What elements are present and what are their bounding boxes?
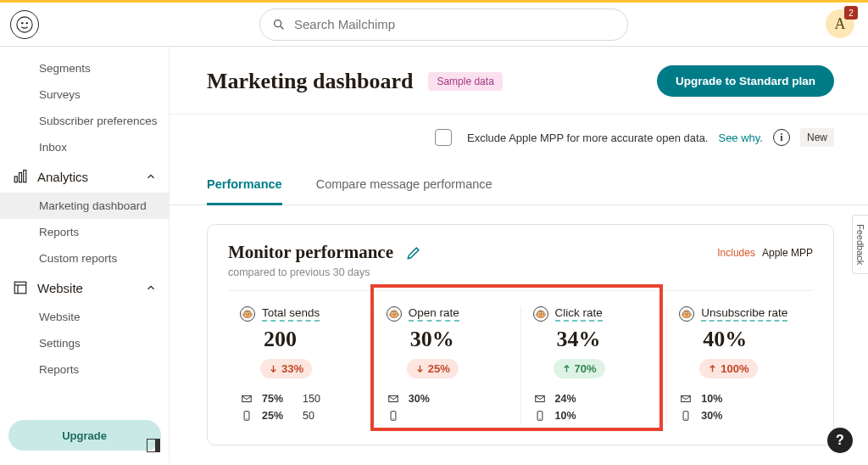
upgrade-button[interactable]: Upgrade (8, 420, 161, 451)
sidebar-item[interactable]: Surveys (0, 81, 169, 108)
svg-rect-11 (242, 396, 252, 402)
mobile-icon (387, 410, 400, 422)
metric-value: 34% (557, 327, 655, 352)
search-input[interactable] (294, 17, 615, 31)
email-icon (240, 393, 253, 405)
email-icon (387, 393, 400, 405)
svg-point-1 (21, 21, 23, 23)
svg-line-4 (281, 26, 283, 29)
feedback-tab[interactable]: Feedback (852, 215, 868, 274)
svg-rect-17 (535, 396, 544, 402)
metric-breakdown-row: 10% (533, 407, 655, 424)
svg-rect-7 (24, 171, 26, 182)
metric-breakdown-row: 30% (679, 407, 801, 424)
metric-label: Unsubscribe rate (701, 306, 787, 322)
sidebar-item[interactable]: Reports (0, 356, 169, 383)
metric-unsubscribe-rate: 🐵Unsubscribe rate40% 100%10%30% (666, 306, 813, 424)
new-badge: New (800, 128, 834, 147)
monkey-icon: 🐵 (240, 306, 255, 322)
brand-logo[interactable] (10, 10, 39, 39)
panel-toggle-icon[interactable] (147, 439, 160, 452)
email-icon (533, 393, 547, 405)
sidebar-item[interactable]: Reports (0, 219, 169, 245)
metric-breakdown-row (387, 407, 509, 424)
svg-rect-8 (14, 282, 26, 294)
sidebar: Segments Surveys Subscriber preferences … (0, 47, 170, 462)
metric-breakdown-row: 30% (387, 390, 509, 407)
metric-total-sends: 🐵Total sends200 33%75%15025%50 (228, 306, 374, 424)
metric-change: 70% (554, 359, 605, 378)
metric-breakdown-row: 24% (533, 390, 655, 407)
monkey-icon: 🐵 (679, 306, 694, 322)
tabs: Performance Compare message performance (170, 169, 868, 205)
metric-label: Click rate (555, 306, 603, 322)
sidebar-item[interactable]: Subscriber preferences (0, 108, 169, 134)
metric-value: 200 (264, 327, 362, 352)
includes-label: Includes (717, 247, 755, 259)
email-icon (679, 393, 693, 405)
tab-performance[interactable]: Performance (207, 169, 282, 205)
exclude-mpp-checkbox[interactable] (435, 129, 452, 146)
mobile-icon (240, 410, 253, 422)
notification-badge: 2 (844, 6, 858, 20)
svg-point-13 (246, 418, 247, 419)
monkey-icon: 🐵 (533, 306, 548, 322)
metric-value: 30% (410, 327, 509, 352)
page-title: Marketing dashboard (207, 69, 413, 94)
mpp-banner: Exclude Apple MPP for more accurate open… (207, 128, 834, 147)
page-header: Marketing dashboard Sample data Upgrade … (170, 47, 868, 115)
mobile-icon (679, 410, 693, 422)
search-icon (272, 18, 286, 31)
svg-point-2 (26, 21, 28, 23)
sidebar-item-marketing-dashboard[interactable]: Marketing dashboard (0, 193, 169, 219)
chevron-up-icon (145, 171, 157, 182)
metric-breakdown-row: 10% (679, 390, 801, 407)
svg-rect-5 (14, 176, 17, 182)
svg-point-0 (17, 16, 32, 31)
svg-point-22 (686, 418, 687, 419)
metric-breakdown-row: 25%50 (240, 407, 362, 424)
sidebar-section-label: Analytics (37, 170, 88, 184)
svg-rect-14 (389, 396, 398, 402)
see-why-link[interactable]: See why. (718, 132, 763, 144)
help-button[interactable]: ? (827, 428, 853, 453)
analytics-icon (12, 169, 29, 184)
avatar[interactable]: A 2 (826, 9, 854, 38)
metric-click-rate: 🐵Click rate34% 70%24%10% (520, 306, 667, 424)
tab-compare[interactable]: Compare message performance (316, 169, 492, 204)
edit-icon[interactable] (405, 244, 422, 261)
chevron-up-icon (145, 282, 157, 294)
monitor-performance-card: Monitor performance Includes Apple MPP c… (207, 224, 834, 445)
metric-change: 33% (260, 359, 312, 378)
info-icon[interactable]: i (773, 129, 790, 146)
sidebar-item[interactable]: Inbox (0, 134, 169, 160)
main-content: Marketing dashboard Sample data Upgrade … (170, 47, 868, 462)
svg-point-3 (275, 20, 281, 26)
metric-change: 25% (407, 359, 459, 378)
monkey-icon (15, 15, 34, 34)
metric-change: 100% (699, 359, 757, 378)
sidebar-item[interactable]: Settings (0, 330, 169, 356)
card-title: Monitor performance (228, 242, 393, 263)
card-subtitle: compared to previous 30 days (228, 266, 813, 278)
metric-open-rate: 🐵Open rate30% 25%30% (374, 306, 520, 424)
sidebar-section-analytics[interactable]: Analytics (0, 160, 169, 193)
sidebar-item[interactable]: Segments (0, 55, 169, 81)
website-icon (12, 280, 29, 295)
svg-point-16 (392, 418, 393, 419)
search-bar[interactable] (259, 8, 628, 41)
sample-data-badge: Sample data (428, 72, 502, 91)
svg-rect-20 (682, 396, 691, 402)
banner-text: Exclude Apple MPP for more accurate open… (467, 132, 708, 144)
svg-rect-6 (19, 173, 22, 182)
includes-value: Apple MPP (762, 247, 813, 259)
monkey-icon: 🐵 (387, 306, 402, 322)
metric-breakdown-row: 75%150 (240, 390, 362, 407)
metric-value: 40% (703, 327, 801, 352)
top-bar: A 2 (0, 3, 868, 47)
sidebar-section-website[interactable]: Website (0, 272, 169, 304)
sidebar-section-label: Website (37, 281, 83, 295)
upgrade-plan-button[interactable]: Upgrade to Standard plan (657, 65, 834, 97)
sidebar-item[interactable]: Custom reports (0, 245, 169, 272)
sidebar-item[interactable]: Website (0, 304, 169, 330)
